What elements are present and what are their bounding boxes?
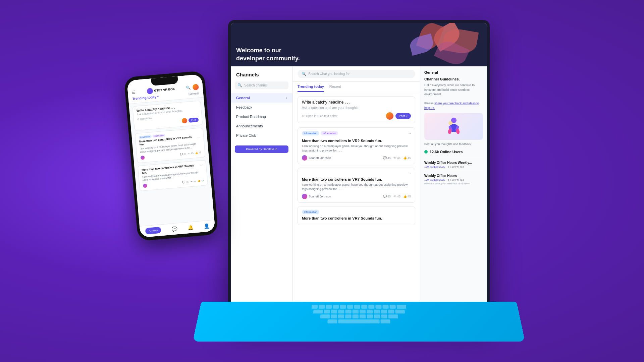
trending-label[interactable]: Trending today ▾ (132, 95, 159, 101)
author-avatar-2 (302, 194, 307, 199)
compose-area: Write a catchy headline . . . Ask a ques… (298, 96, 415, 123)
key (388, 310, 394, 314)
phone-stat-comments: 💬 45 (180, 153, 186, 156)
key (338, 314, 344, 318)
app-logo-avatar (147, 88, 153, 95)
tab-trending[interactable]: Trending today (298, 84, 324, 92)
phone-compose: Write a catchy headline . . . Ask a ques… (132, 101, 203, 131)
home-nav-btn[interactable]: ⌂ Home (145, 227, 161, 234)
phone-device: ☰ GTEX VR BOX 🔍 Trending today ▾ (124, 70, 218, 241)
tablet-sidebar: Channels 🔍 Search channel General › Feed… (231, 66, 293, 319)
compose-right: Post ▾ (386, 112, 411, 120)
key (313, 310, 323, 314)
key (347, 305, 353, 308)
phone-stats-1: 💬 45 👁 45 👍 45 (180, 151, 202, 156)
key (340, 305, 346, 308)
stat-views-2: 👁 45 (393, 195, 400, 198)
phone-stat-comments-2: 💬 45 (182, 181, 189, 184)
menu-icon[interactable]: ☰ (132, 90, 136, 95)
event-date-1: 17th August 2020 (424, 165, 445, 168)
open-editor-btn[interactable]: ⊙ Open in Rich text editor (302, 114, 337, 118)
key (388, 314, 398, 318)
nav-chat[interactable]: 💬 (171, 226, 177, 232)
tablet-keyboard (193, 302, 525, 342)
compose-actions: ⊙ Open in Rich text editor Post ▾ (302, 112, 411, 120)
phone-stats-2: 💬 45 👁 45 👍 45 (182, 179, 204, 184)
key (381, 314, 387, 318)
event-card-2: Weekly Office Hours 17th August 2020 5 :… (424, 171, 483, 185)
search-icon-phone[interactable]: 🔍 (186, 85, 191, 90)
nav-notification[interactable]: 🔔 (187, 225, 194, 230)
online-count: 12.6k Online Users (430, 150, 463, 154)
profile-icon: 👤 (204, 223, 210, 229)
post-author-1: Scarlett Johnson (302, 155, 331, 161)
right-section-general: General (424, 70, 483, 74)
post-stats-1: 💬 45 👁 45 👍 45 (383, 156, 411, 160)
key (361, 305, 367, 308)
key (338, 310, 344, 314)
phone-stat-likes: 👍 45 (195, 151, 201, 155)
key (382, 305, 389, 308)
home-icon: ⌂ (148, 229, 151, 233)
channel-item-private[interactable]: Private Club (231, 131, 292, 140)
event-card-1: Weekly Office Hours Weekly... 17th Augus… (424, 158, 483, 168)
post-tags-1: Information Information (302, 131, 338, 135)
sidebar-title: Channels (231, 72, 292, 81)
guidelines-link[interactable]: share your feedback and ideas to help us… (424, 102, 479, 110)
phone-more-icon-1[interactable]: ··· (197, 135, 201, 142)
phone-stat-views: 👁 45 (188, 152, 194, 155)
stat-likes: 👍 45 (403, 156, 411, 160)
tablet-banner: Welcome to ourdeveloper community. (231, 23, 487, 66)
key (395, 310, 405, 314)
post-body-1: I am working on a multiplayer game, have… (302, 144, 411, 153)
key (354, 305, 360, 308)
search-channel[interactable]: 🔍 Search channel (235, 81, 288, 89)
search-channel-icon: 🔍 (237, 83, 242, 87)
search-input[interactable]: 🔍 Search what you looking for (298, 70, 415, 78)
post-more-icon-1[interactable]: ··· (408, 131, 411, 136)
phone-author-avatar-1 (141, 156, 145, 160)
event-desc-2: Please share your feedback and ideas (424, 182, 483, 185)
post-more-icon-2[interactable]: ··· (408, 171, 411, 176)
phone-more-icon-2[interactable]: ··· (200, 163, 203, 171)
illustration-box (424, 113, 483, 140)
phone-author-avatar-2 (143, 184, 147, 188)
stat-views: 👁 45 (393, 156, 400, 160)
tablet-feed: 🔍 Search what you looking for Trending t… (293, 66, 420, 319)
post-footer-2: Scarlett Johnson 💬 45 👁 45 👍 45 (302, 194, 411, 199)
stat-comments-2: 💬 45 (383, 195, 391, 198)
phone-post-btn[interactable]: Post (188, 117, 199, 123)
channel-item-roadmap[interactable]: Product Roadmap (231, 112, 292, 121)
compose-headline[interactable]: Write a catchy headline . . . (302, 100, 411, 105)
search-placeholder: Search what you looking for (308, 72, 350, 76)
channel-item-announcements[interactable]: Announcements (231, 121, 292, 131)
phone-author-1 (141, 156, 145, 160)
post-title-3: More than two controllers in VR? Sounds … (302, 216, 411, 220)
phone-post-1: Information Information More than two co… (135, 127, 206, 163)
key (374, 314, 380, 318)
illustration-svg (444, 116, 464, 136)
key (326, 305, 332, 308)
phone-screen: ☰ GTEX VR BOX 🔍 Trending today ▾ (127, 74, 215, 238)
tablet-device: Welcome to ourdeveloper community. Chann… (228, 20, 490, 322)
key (324, 310, 330, 314)
author-avatar-1 (302, 155, 307, 161)
channel-item-feedback[interactable]: Feedback (231, 103, 292, 112)
app-name: GTEX VR BOX (154, 87, 175, 92)
channel-item-general[interactable]: General › (231, 93, 292, 103)
nav-profile[interactable]: 👤 (204, 223, 210, 229)
user-avatar-phone (193, 84, 199, 90)
feed-posts: Write a catchy headline . . . Ask a ques… (293, 92, 420, 319)
trending-chevron-icon: ▾ (157, 95, 159, 98)
key (320, 314, 330, 318)
tag-information-2: Information (321, 131, 338, 135)
post-button[interactable]: Post ▾ (395, 113, 411, 119)
key (360, 310, 366, 314)
tablet-search-bar: 🔍 Search what you looking for (293, 66, 420, 82)
chat-icon: 💬 (171, 226, 177, 232)
key (374, 310, 380, 314)
tab-recent[interactable]: Recent (329, 84, 341, 92)
stat-likes-2: 👍 45 (403, 195, 411, 198)
keyboard-keys (196, 302, 522, 328)
event-title-2: Weekly Office Hours (424, 174, 483, 178)
